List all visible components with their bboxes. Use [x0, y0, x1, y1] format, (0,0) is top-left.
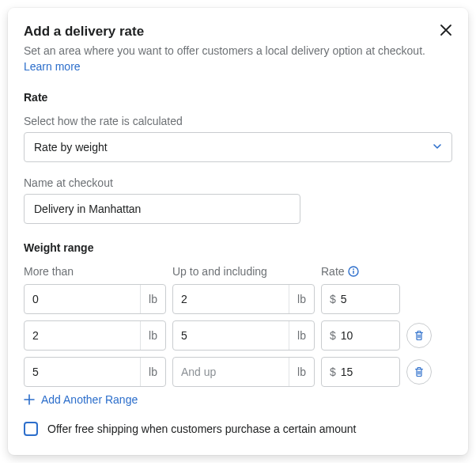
add-range-label: Add Another Range	[41, 393, 138, 406]
rate-section-label: Rate	[24, 91, 452, 104]
rate-input[interactable]: $10	[321, 320, 400, 351]
rate-input[interactable]: $5	[321, 284, 400, 314]
trash-icon	[414, 330, 425, 341]
header-more-than: More than	[24, 265, 166, 278]
range-row: 0lb2lb$5	[24, 284, 452, 314]
up-to-value: 2	[173, 293, 289, 305]
plus-icon	[24, 394, 35, 405]
chevron-down-icon	[433, 141, 442, 154]
currency-symbol: $	[330, 293, 336, 305]
delete-row-button[interactable]	[406, 359, 432, 385]
more-than-value: 0	[25, 293, 140, 305]
rate-value: 10	[341, 329, 353, 342]
calc-method-select[interactable]: Rate by weight	[24, 132, 452, 162]
unit-label: lb	[140, 358, 165, 386]
header-up-to: Up to and including	[172, 265, 315, 278]
name-checkout-input[interactable]: Delivery in Manhattan	[24, 194, 300, 224]
free-shipping-checkbox[interactable]	[24, 422, 38, 436]
more-than-input[interactable]: 5lb	[24, 357, 166, 387]
more-than-input[interactable]: 0lb	[24, 284, 166, 314]
currency-symbol: $	[330, 366, 336, 378]
unit-label: lb	[140, 321, 165, 350]
delete-row-button[interactable]	[406, 323, 432, 348]
learn-more-link[interactable]: Learn more	[24, 60, 81, 73]
close-button[interactable]	[438, 22, 454, 38]
range-row: 2lb5lb$10	[24, 320, 452, 351]
close-icon	[440, 24, 452, 36]
delivery-rate-modal: Add a delivery rate Set an area where yo…	[8, 8, 468, 455]
modal-subtitle: Set an area where you want to offer cust…	[24, 43, 452, 75]
name-checkout-label: Name at checkout	[24, 176, 452, 189]
svg-rect-2	[353, 271, 353, 274]
subtitle-text: Set an area where you want to offer cust…	[24, 44, 425, 57]
modal-title: Add a delivery rate	[24, 24, 452, 40]
up-to-value: 5	[173, 329, 289, 342]
more-than-value: 2	[25, 329, 140, 342]
free-shipping-label: Offer free shipping when customers purch…	[47, 423, 356, 435]
up-to-input[interactable]: 5lb	[172, 320, 315, 351]
unit-label: lb	[289, 358, 314, 386]
free-shipping-row: Offer free shipping when customers purch…	[24, 422, 452, 436]
header-rate-text: Rate	[321, 265, 345, 278]
svg-point-1	[353, 268, 354, 270]
weight-range-label: Weight range	[24, 241, 452, 254]
rate-input[interactable]: $15	[321, 357, 400, 387]
rate-value: 15	[341, 366, 353, 378]
range-row: 5lbAnd uplb$15	[24, 357, 452, 387]
calc-method-label: Select how the rate is calculated	[24, 115, 452, 127]
calc-method-value: Rate by weight	[34, 141, 108, 154]
more-than-value: 5	[25, 366, 140, 378]
unit-label: lb	[289, 285, 314, 313]
up-to-input[interactable]: 2lb	[172, 284, 315, 314]
info-icon[interactable]	[348, 266, 359, 277]
trash-icon	[414, 366, 425, 377]
more-than-input[interactable]: 2lb	[24, 320, 166, 351]
name-checkout-value: Delivery in Manhattan	[34, 203, 141, 215]
add-range-button[interactable]: Add Another Range	[24, 393, 452, 406]
up-to-value: And up	[173, 366, 289, 378]
unit-label: lb	[140, 285, 165, 313]
rate-value: 5	[341, 293, 347, 305]
currency-symbol: $	[330, 329, 336, 342]
header-rate: Rate	[321, 265, 400, 278]
unit-label: lb	[289, 321, 314, 350]
up-to-input[interactable]: And uplb	[172, 357, 315, 387]
range-headers: More than Up to and including Rate	[24, 265, 452, 278]
